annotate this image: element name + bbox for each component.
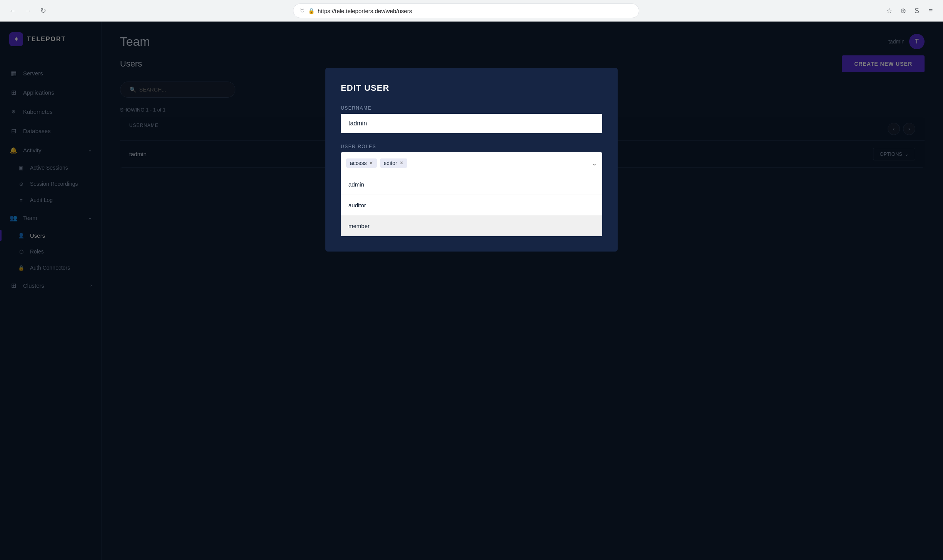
browser-nav-buttons: ← → ↻ bbox=[6, 5, 49, 17]
menu-button[interactable]: ≡ bbox=[925, 5, 937, 17]
shield-icon: 🛡 bbox=[300, 8, 305, 14]
forward-button[interactable]: → bbox=[22, 5, 34, 17]
edit-user-modal: EDIT USER USERNAME USER ROLES access ✕ e… bbox=[325, 68, 618, 252]
roles-dropdown: admin auditor member bbox=[341, 174, 602, 236]
modal-title: EDIT USER bbox=[341, 83, 602, 93]
role-tag-label: editor bbox=[384, 160, 397, 166]
back-button[interactable]: ← bbox=[6, 5, 18, 17]
dropdown-item-auditor[interactable]: auditor bbox=[341, 195, 602, 216]
role-tag-access: access ✕ bbox=[346, 158, 377, 168]
url-text: https://tele.teleporters.dev/web/users bbox=[318, 8, 633, 14]
role-tag-label: access bbox=[350, 160, 367, 166]
role-tag-editor: editor ✕ bbox=[380, 158, 407, 168]
browser-chrome: ← → ↻ 🛡 🔒 https://tele.teleporters.dev/w… bbox=[0, 0, 943, 22]
lock-icon: 🔒 bbox=[308, 8, 315, 14]
account-button[interactable]: S bbox=[911, 5, 923, 17]
browser-action-buttons: ☆ ⊕ S ≡ bbox=[883, 5, 937, 17]
roles-dropdown-chevron-icon: ⌄ bbox=[592, 160, 597, 167]
modal-overlay: EDIT USER USERNAME USER ROLES access ✕ e… bbox=[0, 22, 943, 560]
address-bar[interactable]: 🛡 🔒 https://tele.teleporters.dev/web/use… bbox=[293, 3, 639, 18]
pocket-button[interactable]: ⊕ bbox=[897, 5, 909, 17]
bookmark-button[interactable]: ☆ bbox=[883, 5, 895, 17]
username-label: USERNAME bbox=[341, 105, 602, 111]
dropdown-item-member[interactable]: member bbox=[341, 216, 602, 236]
reload-button[interactable]: ↻ bbox=[37, 5, 49, 17]
roles-selector[interactable]: access ✕ editor ✕ ⌄ bbox=[341, 152, 602, 174]
remove-access-role-button[interactable]: ✕ bbox=[369, 161, 373, 165]
username-field[interactable] bbox=[341, 114, 602, 133]
remove-editor-role-button[interactable]: ✕ bbox=[400, 161, 403, 165]
roles-label: USER ROLES bbox=[341, 144, 602, 149]
dropdown-item-admin[interactable]: admin bbox=[341, 174, 602, 195]
